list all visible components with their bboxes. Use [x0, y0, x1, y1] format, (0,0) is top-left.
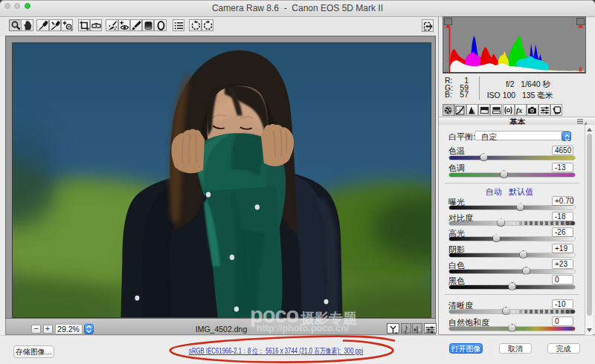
svg-text:fx: fx	[516, 106, 522, 114]
